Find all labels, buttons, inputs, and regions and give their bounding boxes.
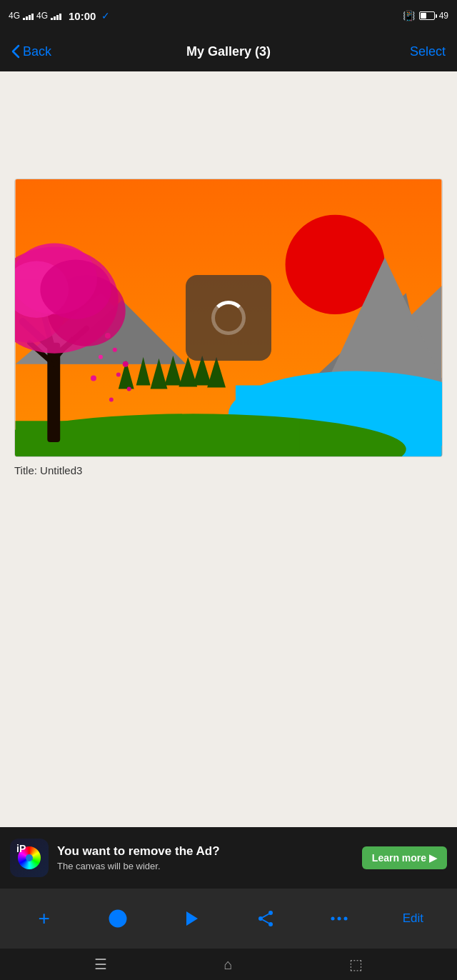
info-button[interactable]	[100, 901, 136, 936]
home-icon[interactable]: ⌂	[224, 956, 232, 973]
svg-point-34	[116, 373, 121, 377]
status-left: 4G 4G 10:00 ✓	[9, 10, 110, 22]
nav-bar: Back My Gallery (3) Select	[0, 31, 457, 71]
svg-line-46	[262, 920, 268, 924]
ad-banner: iP You want to remove the Ad? The canvas…	[0, 827, 457, 889]
bottom-toolbar: + Edit	[0, 889, 457, 949]
home-bar: ☰ ⌂ ⬚	[0, 949, 457, 980]
page-title: My Gallery (3)	[69, 44, 388, 59]
svg-point-48	[337, 917, 341, 921]
learn-more-button[interactable]: Learn more ▶	[362, 846, 447, 869]
main-content: Title: Untitled3	[0, 71, 457, 827]
svg-point-36	[127, 387, 131, 391]
svg-rect-39	[117, 917, 119, 923]
status-right: 📳 49	[403, 10, 448, 21]
svg-point-47	[331, 917, 334, 921]
back-chevron-icon	[11, 44, 20, 59]
ad-headline: You want to remove the Ad?	[57, 844, 353, 859]
svg-point-37	[109, 397, 114, 401]
svg-point-43	[258, 916, 263, 921]
ad-app-icon: iP	[10, 839, 49, 877]
gallery-item-title: Title: Untitled3	[14, 464, 82, 476]
share-button[interactable]	[248, 901, 283, 936]
vibrate-icon: 📳	[403, 10, 415, 21]
svg-line-45	[262, 914, 268, 918]
loading-spinner	[211, 301, 246, 335]
time-label: 10:00	[69, 10, 96, 22]
back-button[interactable]: Back	[11, 44, 69, 59]
battery-percent: 49	[439, 11, 448, 21]
app-icon-letter: iP	[16, 844, 26, 854]
svg-point-29	[40, 259, 111, 319]
ad-text: You want to remove the Ad? The canvas wi…	[57, 844, 353, 871]
status-bar: 4G 4G 10:00 ✓ 📳 49	[0, 0, 457, 31]
svg-point-44	[268, 922, 273, 926]
edit-button[interactable]: Edit	[395, 901, 431, 936]
battery-icon	[419, 11, 435, 20]
svg-point-49	[343, 917, 347, 921]
svg-point-42	[268, 911, 273, 915]
carrier2-label: 4G	[36, 11, 48, 21]
svg-point-33	[99, 355, 103, 359]
svg-point-32	[123, 361, 129, 367]
carrier1-label: 4G	[9, 11, 20, 21]
signal1-icon	[23, 11, 34, 20]
ad-subtext: The canvas will be wider.	[57, 861, 353, 871]
info-icon	[109, 909, 127, 928]
loading-overlay	[186, 275, 271, 361]
more-button[interactable]	[321, 901, 357, 936]
svg-marker-41	[186, 911, 198, 926]
back-label: Back	[23, 44, 51, 59]
battery-fill	[421, 13, 427, 19]
select-button[interactable]: Select	[388, 44, 446, 59]
play-button[interactable]	[174, 901, 209, 936]
play-icon	[182, 909, 201, 928]
share-icon	[256, 909, 275, 928]
checkmark-icon: ✓	[101, 10, 110, 21]
back-nav-icon[interactable]: ⬚	[349, 956, 363, 973]
add-button[interactable]: +	[26, 901, 62, 936]
svg-point-30	[105, 333, 111, 339]
svg-point-35	[91, 376, 96, 381]
gallery-image[interactable]	[14, 179, 443, 457]
svg-point-31	[113, 348, 117, 352]
hamburger-icon[interactable]: ☰	[94, 956, 107, 973]
gallery-item[interactable]: Title: Untitled3	[14, 179, 443, 476]
more-dots-icon	[330, 909, 348, 928]
signal2-icon	[51, 11, 61, 20]
svg-rect-40	[117, 915, 119, 916]
